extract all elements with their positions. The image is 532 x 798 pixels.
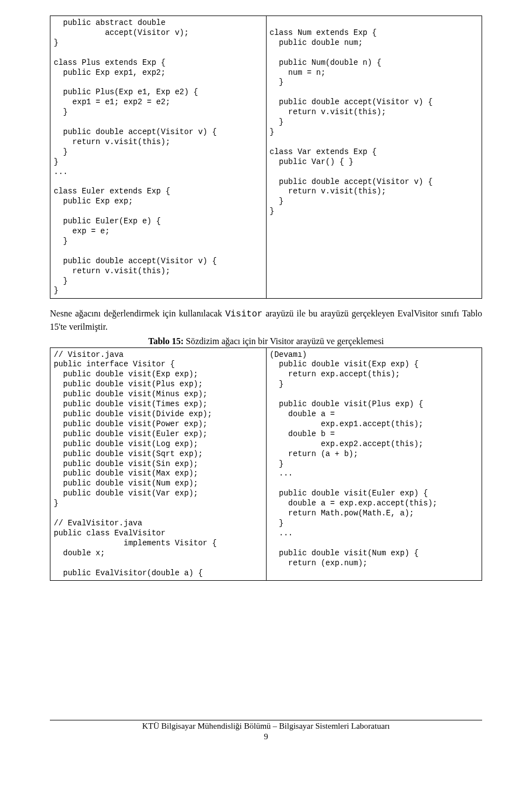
table-caption: Tablo 15: Sözdizim ağacı için bir Visito… (50, 336, 482, 346)
caption-rest: Sözdizim ağacı için bir Visitor arayüzü … (183, 336, 383, 346)
caption-bold: Tablo 15: (148, 336, 183, 346)
page: public abstract double accept(Visitor v)… (0, 0, 532, 754)
code-table-1: public abstract double accept(Visitor v)… (50, 16, 482, 299)
code-pre-1-left: public abstract double accept(Visitor v)… (54, 18, 263, 296)
code-pre-1-right: class Num extends Exp { public double nu… (270, 18, 479, 217)
code-pre-2-left: // Visitor.java public interface Visitor… (54, 350, 263, 579)
code-table-2: // Visitor.java public interface Visitor… (50, 347, 482, 581)
paragraph: Nesne ağacını değerlendirmek için kullan… (50, 308, 482, 332)
footer-rule (50, 720, 482, 720)
footer: KTÜ Bilgisayar Mühendisliği Bölümü – Bil… (0, 720, 532, 741)
code-cell-1-left: public abstract double accept(Visitor v)… (50, 16, 267, 299)
code-cell-2-right: (Devamı) public double visit(Exp exp) { … (266, 347, 482, 581)
code-cell-1-right: class Num extends Exp { public double nu… (266, 16, 482, 299)
para-text-1: Nesne ağacını değerlendirmek için kullan… (50, 309, 225, 318)
footer-text: KTÜ Bilgisayar Mühendisliği Bölümü – Bil… (0, 722, 532, 731)
page-number: 9 (0, 732, 532, 741)
code-pre-2-right: (Devamı) public double visit(Exp exp) { … (270, 350, 479, 569)
code-cell-2-left: // Visitor.java public interface Visitor… (50, 347, 267, 581)
para-mono-1: Visitor (225, 309, 262, 319)
